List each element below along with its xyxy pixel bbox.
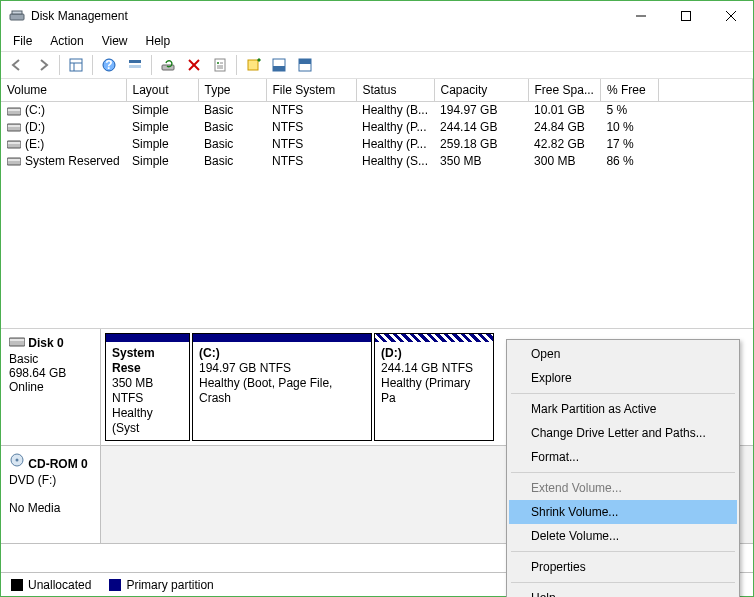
context-menu: OpenExploreMark Partition as ActiveChang…	[506, 339, 740, 597]
toolbar: ?	[1, 51, 753, 79]
cell-capacity: 350 MB	[434, 152, 528, 169]
svg-text:?: ?	[105, 58, 112, 72]
show-hide-tree-button[interactable]	[64, 54, 88, 76]
col-volume[interactable]: Volume	[1, 79, 126, 101]
cell-capacity: 194.97 GB	[434, 101, 528, 118]
svg-point-37	[16, 459, 19, 462]
disk-state: No Media	[9, 501, 92, 515]
partition-box[interactable]: (C:)194.97 GB NTFSHealthy (Boot, Page Fi…	[192, 333, 372, 441]
cell-capacity: 259.18 GB	[434, 135, 528, 152]
action-list-button[interactable]	[123, 54, 147, 76]
cell-status: Healthy (P...	[356, 118, 434, 135]
legend-primary: Primary partition	[109, 578, 213, 592]
context-menu-item[interactable]: Open	[509, 342, 737, 366]
volume-row[interactable]: (D:)SimpleBasicNTFSHealthy (P...244.14 G…	[1, 118, 753, 135]
partition-size: 350 MB NTFS	[112, 376, 183, 406]
col-status[interactable]: Status	[356, 79, 434, 101]
legend-swatch-primary	[109, 579, 121, 591]
disk-icon: CD-ROM 0	[9, 452, 92, 471]
col-pct[interactable]: % Free	[600, 79, 658, 101]
partition-box[interactable]: (D:)244.14 GB NTFSHealthy (Primary Pa	[374, 333, 494, 441]
cell-type: Basic	[198, 135, 266, 152]
svg-rect-31	[8, 142, 20, 144]
cell-fs: NTFS	[266, 101, 356, 118]
volume-row[interactable]: (E:)SimpleBasicNTFSHealthy (P...259.18 G…	[1, 135, 753, 152]
window-controls	[618, 1, 753, 31]
svg-rect-0	[10, 14, 24, 20]
svg-rect-25	[299, 59, 311, 64]
partition-size: 194.97 GB NTFS	[199, 361, 365, 376]
disk-type: DVD (F:)	[9, 473, 92, 487]
toolbar-separator	[236, 55, 237, 75]
cell-free: 10.01 GB	[528, 101, 600, 118]
context-menu-item[interactable]: Properties	[509, 555, 737, 579]
menu-help[interactable]: Help	[138, 32, 179, 50]
partition-box[interactable]: System Rese350 MB NTFSHealthy (Syst	[105, 333, 190, 441]
svg-rect-13	[162, 65, 174, 70]
titlebar[interactable]: Disk Management	[1, 1, 753, 31]
legend-label: Unallocated	[28, 578, 91, 592]
partition-body: System Rese350 MB NTFSHealthy (Syst	[106, 342, 189, 440]
settings-top-button[interactable]	[293, 54, 317, 76]
refresh-button[interactable]	[156, 54, 180, 76]
disk-size: 698.64 GB	[9, 366, 92, 380]
cell-fs: NTFS	[266, 118, 356, 135]
cell-fs: NTFS	[266, 152, 356, 169]
svg-rect-12	[129, 65, 141, 68]
cell-layout: Simple	[126, 135, 198, 152]
context-menu-item[interactable]: Change Drive Letter and Paths...	[509, 421, 737, 445]
col-fs[interactable]: File System	[266, 79, 356, 101]
back-button[interactable]	[5, 54, 29, 76]
legend-swatch-unallocated	[11, 579, 23, 591]
volume-table: Volume Layout Type File System Status Ca…	[1, 79, 753, 169]
volume-row[interactable]: (C:)SimpleBasicNTFSHealthy (B...194.97 G…	[1, 101, 753, 118]
partition-header-bar	[106, 334, 189, 342]
context-menu-item[interactable]: Help	[509, 586, 737, 597]
volume-row[interactable]: System ReservedSimpleBasicNTFSHealthy (S…	[1, 152, 753, 169]
disk-info[interactable]: CD-ROM 0DVD (F:) No Media	[1, 446, 101, 543]
cell-type: Basic	[198, 152, 266, 169]
disk-info[interactable]: Disk 0Basic698.64 GBOnline	[1, 329, 101, 445]
cell-status: Healthy (S...	[356, 152, 434, 169]
context-menu-item[interactable]: Explore	[509, 366, 737, 390]
svg-rect-23	[273, 66, 285, 71]
cell-volume: (C:)	[1, 101, 126, 118]
toolbar-separator	[151, 55, 152, 75]
svg-rect-33	[8, 159, 20, 161]
partition-body: (D:)244.14 GB NTFSHealthy (Primary Pa	[375, 342, 493, 410]
new-button[interactable]	[241, 54, 265, 76]
svg-rect-11	[129, 60, 141, 63]
context-menu-separator	[511, 472, 735, 473]
context-menu-item[interactable]: Shrink Volume...	[509, 500, 737, 524]
col-capacity[interactable]: Capacity	[434, 79, 528, 101]
col-extra[interactable]	[658, 79, 752, 101]
svg-rect-6	[70, 59, 82, 71]
col-type[interactable]: Type	[198, 79, 266, 101]
minimize-button[interactable]	[618, 1, 663, 31]
context-menu-item[interactable]: Delete Volume...	[509, 524, 737, 548]
context-menu-item[interactable]: Mark Partition as Active	[509, 397, 737, 421]
app-icon	[9, 8, 25, 24]
forward-button[interactable]	[31, 54, 55, 76]
cell-volume: System Reserved	[1, 152, 126, 169]
col-layout[interactable]: Layout	[126, 79, 198, 101]
maximize-button[interactable]	[663, 1, 708, 31]
menu-file[interactable]: File	[5, 32, 40, 50]
svg-point-17	[217, 62, 219, 64]
settings-bottom-button[interactable]	[267, 54, 291, 76]
menu-action[interactable]: Action	[42, 32, 91, 50]
cell-type: Basic	[198, 101, 266, 118]
properties-button[interactable]	[208, 54, 232, 76]
context-menu-item[interactable]: Format...	[509, 445, 737, 469]
partition-size: 244.14 GB NTFS	[381, 361, 487, 376]
toolbar-separator	[59, 55, 60, 75]
context-menu-separator	[511, 393, 735, 394]
volume-list-pane[interactable]: Volume Layout Type File System Status Ca…	[1, 79, 753, 329]
menu-view[interactable]: View	[94, 32, 136, 50]
col-free[interactable]: Free Spa...	[528, 79, 600, 101]
close-button[interactable]	[708, 1, 753, 31]
svg-rect-35	[10, 339, 24, 341]
help-button[interactable]: ?	[97, 54, 121, 76]
toolbar-separator	[92, 55, 93, 75]
delete-icon[interactable]	[182, 54, 206, 76]
